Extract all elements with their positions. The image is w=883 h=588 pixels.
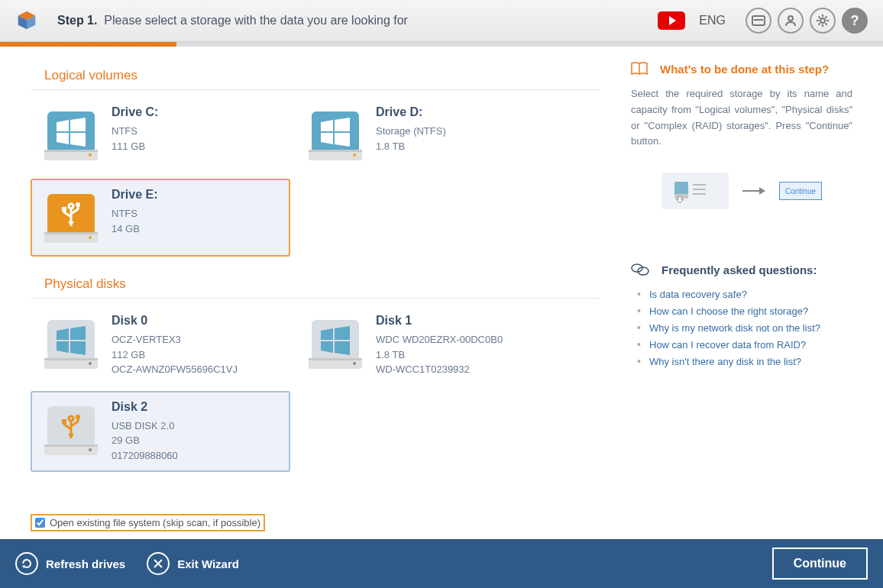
physical-disk-card[interactable]: Disk 1 WDC WD20EZRX-00DC0B0 1.8 TB WD-WC… <box>295 305 555 386</box>
language-button[interactable]: ENG <box>699 14 726 27</box>
svg-point-6 <box>820 18 825 23</box>
help-icon-button[interactable]: ? <box>842 8 868 34</box>
help-panel: What's to be done at this step? Select t… <box>623 62 852 531</box>
continue-button[interactable]: Continue <box>772 548 868 580</box>
faq-list: Is data recovery safe?How can I choose t… <box>631 286 852 370</box>
svg-marker-14 <box>759 187 765 195</box>
svg-point-5 <box>788 16 793 21</box>
continue-illust-button: Continue <box>779 182 822 200</box>
windows-drive-icon <box>41 105 101 165</box>
disk-size: 1.8 TB <box>376 347 503 363</box>
settings-icon-button[interactable] <box>810 8 836 34</box>
drive-fs: Storage (NTFS) <box>376 124 446 139</box>
refresh-drives-button[interactable]: Refresh drives <box>15 552 125 575</box>
chat-icon <box>631 263 649 276</box>
drive-title: Drive C: <box>112 105 158 119</box>
faq-item: Why isn't there any disk in the list? <box>631 353 852 370</box>
faq-item: Is data recovery safe? <box>631 286 852 302</box>
faq-link[interactable]: Why isn't there any disk in the list? <box>649 356 801 367</box>
footer-bar: Refresh drives Exit Wizard Continue <box>0 539 883 588</box>
card-icon-button[interactable] <box>746 8 771 34</box>
step-title: Step 1. Please select a storage with the… <box>57 14 408 27</box>
logical-volume-card[interactable]: Drive E: NTFS 14 GB <box>31 179 290 257</box>
faq-link[interactable]: How can I recover data from RAID? <box>649 339 806 351</box>
drive-title: Drive D: <box>376 105 446 119</box>
faq-link[interactable]: Why is my network disk not on the list? <box>649 322 820 334</box>
book-icon <box>631 62 648 76</box>
help-illustration: Continue <box>631 173 852 209</box>
close-icon <box>147 552 170 575</box>
drive-size: 111 GB <box>112 139 158 154</box>
disk-model: OCZ-VERTEX3 <box>112 332 238 347</box>
windows-disk-icon <box>41 314 101 373</box>
physical-disk-card[interactable]: Disk 2 USB DISK 2.0 29 GB 017209888060 <box>31 391 290 473</box>
physical-disk-card[interactable]: Disk 0 OCZ-VERTEX3 112 GB OCZ-AWNZ0FW556… <box>31 305 290 386</box>
disk-model: WDC WD20EZRX-00DC0B0 <box>376 332 503 347</box>
disk-title: Disk 2 <box>112 400 178 414</box>
disk-model: USB DISK 2.0 <box>112 418 178 434</box>
faq-item: How can I recover data from RAID? <box>631 336 852 353</box>
disk-title: Disk 1 <box>376 314 503 328</box>
faq-link[interactable]: How can I choose the right storage? <box>649 305 808 317</box>
open-existing-checkbox-row[interactable]: Open existing file system (skip scan, if… <box>31 514 265 531</box>
logical-volumes-heading: Logical volumes <box>31 62 600 90</box>
help-heading: What's to be done at this step? <box>631 62 852 76</box>
disk-serial: WD-WCC1T0239932 <box>376 362 503 377</box>
faq-item: How can I choose the right storage? <box>631 302 852 319</box>
faq-heading: Frequently asked questions: <box>631 263 852 276</box>
disk-serial: 017209888060 <box>112 448 178 464</box>
physical-disks-grid: Disk 0 OCZ-VERTEX3 112 GB OCZ-AWNZ0FW556… <box>31 305 600 472</box>
drive-title: Drive E: <box>112 188 157 202</box>
app-logo-icon <box>15 9 38 32</box>
header-bar: Step 1. Please select a storage with the… <box>0 0 883 42</box>
logical-volume-card[interactable]: Drive C: NTFS 111 GB <box>31 96 290 174</box>
logical-volumes-grid: Drive C: NTFS 111 GB Drive D: Storage (N… <box>31 96 600 257</box>
user-icon-button[interactable] <box>778 8 804 34</box>
open-existing-checkbox[interactable] <box>35 518 45 528</box>
physical-disks-heading: Physical disks <box>31 270 600 299</box>
disk-title: Disk 0 <box>112 314 238 328</box>
windows-drive-icon <box>306 105 365 165</box>
refresh-icon <box>15 552 38 575</box>
windows-disk-icon <box>306 314 365 373</box>
usb-disk-icon <box>41 400 101 460</box>
faq-item: Why is my network disk not on the list? <box>631 319 852 336</box>
open-existing-label: Open existing file system (skip scan, if… <box>50 517 260 528</box>
disk-size: 29 GB <box>112 433 178 448</box>
disk-serial: OCZ-AWNZ0FW55696C1VJ <box>112 362 238 377</box>
drive-size: 14 GB <box>112 221 157 237</box>
logical-volume-card[interactable]: Drive D: Storage (NTFS) 1.8 TB <box>295 96 555 174</box>
storage-list-panel: Logical volumes Drive C: NTFS 111 GB Dri… <box>31 62 623 531</box>
main-area: Logical volumes Drive C: NTFS 111 GB Dri… <box>0 47 883 539</box>
arrow-right-icon <box>742 186 765 196</box>
exit-wizard-button[interactable]: Exit Wizard <box>147 552 239 575</box>
youtube-button[interactable] <box>658 11 685 30</box>
drive-fs: NTFS <box>112 124 158 139</box>
faq-link[interactable]: Is data recovery safe? <box>649 289 747 300</box>
disk-size: 112 GB <box>112 347 238 363</box>
drive-size: 1.8 TB <box>376 139 446 154</box>
usb-drive-icon <box>41 188 101 247</box>
drive-fs: NTFS <box>112 206 157 221</box>
help-text: Select the required storage by its name … <box>631 86 852 150</box>
